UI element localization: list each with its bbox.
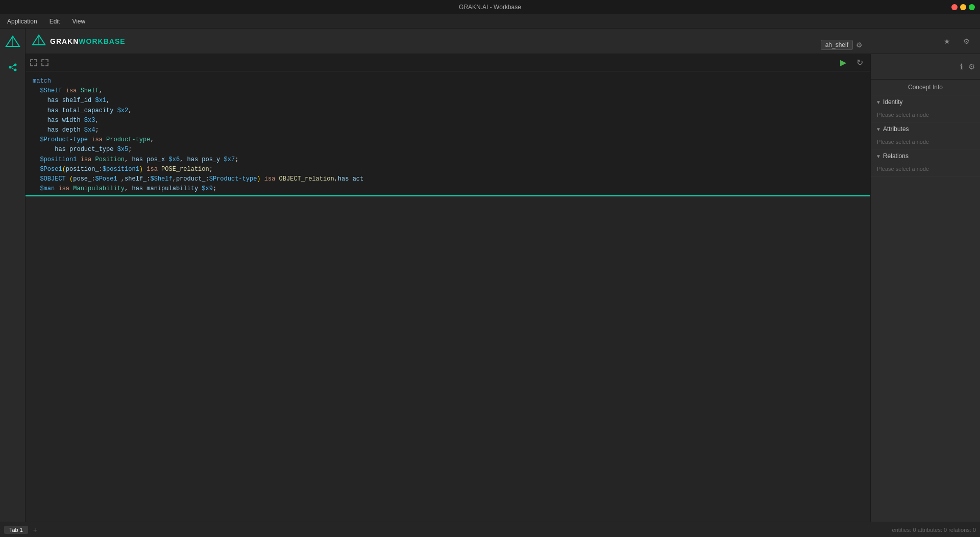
editor-toolbar: ▶ ↻ bbox=[26, 54, 870, 71]
expand-icon bbox=[30, 59, 37, 66]
menu-bar: Application Edit View bbox=[0, 14, 980, 29]
code-line-2: $Shelf isa Shelf, bbox=[33, 86, 863, 96]
top-settings-button[interactable]: ⚙ bbox=[959, 34, 974, 49]
relations-section: ▼ Relations Please select a node bbox=[871, 149, 980, 176]
code-line-13: $x10(manipulability_:$man, object_:$OBJE… bbox=[33, 194, 863, 195]
status-bar: entities: 0 attributes: 0 relations: 0 bbox=[892, 527, 976, 533]
code-line-12: $man isa Manipulability, has manipulabil… bbox=[33, 184, 863, 194]
sidebar-icon-graph[interactable] bbox=[5, 59, 21, 75]
right-panel: ℹ ⚙ Concept Info ▼ Identity Please selec… bbox=[870, 54, 980, 522]
code-line-8: has product_type $x5; bbox=[33, 145, 863, 155]
code-line-6: has depth $x4; bbox=[33, 125, 863, 135]
db-name-badge[interactable]: ah_shelf bbox=[821, 40, 853, 50]
concept-info-header: Concept Info bbox=[871, 80, 980, 95]
logo-text: GRAKNWORKBASE bbox=[50, 37, 126, 45]
info-icon[interactable]: ℹ bbox=[960, 62, 963, 71]
editor-collapse-icon[interactable] bbox=[41, 59, 49, 67]
refresh-button[interactable]: ↻ bbox=[853, 56, 866, 69]
attributes-content: Please select a node bbox=[871, 136, 980, 149]
db-settings-icon[interactable]: ⚙ bbox=[856, 41, 863, 49]
sidebar-left bbox=[0, 29, 26, 522]
svg-line-6 bbox=[11, 65, 14, 67]
maximize-button[interactable] bbox=[969, 4, 975, 10]
code-line-9: $position1 isa Position, has pos_x $x6, … bbox=[33, 155, 863, 165]
attributes-section: ▼ Attributes Please select a node bbox=[871, 122, 980, 149]
editor-active-indicator bbox=[26, 195, 870, 196]
right-panel-top: ℹ ⚙ bbox=[871, 54, 980, 80]
code-line-5: has width $x3, bbox=[33, 116, 863, 125]
relations-label: Relations bbox=[883, 152, 909, 160]
title-bar-title: GRAKN.AI - Workbase bbox=[459, 4, 521, 11]
content-area: GRAKNWORKBASE ★ ⚙ bbox=[26, 29, 980, 522]
identity-content: Please select a node bbox=[871, 109, 980, 122]
logo-triangle-icon bbox=[32, 34, 46, 48]
svg-line-7 bbox=[11, 68, 14, 69]
main-layout: GRAKNWORKBASE ★ ⚙ bbox=[0, 29, 980, 522]
bookmark-button[interactable]: ★ bbox=[939, 34, 954, 49]
menu-application[interactable]: Application bbox=[5, 17, 39, 26]
code-line-3: has shelf_id $x1, bbox=[33, 96, 863, 106]
identity-section: ▼ Identity Please select a node bbox=[871, 95, 980, 122]
attributes-chevron: ▼ bbox=[876, 126, 881, 132]
menu-edit[interactable]: Edit bbox=[47, 17, 62, 26]
menu-view[interactable]: View bbox=[70, 17, 87, 26]
db-name-area: ah_shelf ⚙ bbox=[821, 40, 863, 50]
close-button[interactable] bbox=[951, 4, 958, 10]
run-button[interactable]: ▶ bbox=[837, 56, 850, 69]
window-controls[interactable] bbox=[951, 4, 975, 10]
graph-icon bbox=[8, 63, 17, 72]
code-line-10: $Pose1(position_:$position1) isa POSE_re… bbox=[33, 165, 863, 174]
svg-point-3 bbox=[9, 66, 11, 69]
graph-area[interactable] bbox=[26, 197, 870, 522]
relations-section-header[interactable]: ▼ Relations bbox=[871, 149, 980, 163]
identity-section-header[interactable]: ▼ Identity bbox=[871, 95, 980, 109]
bottom-bar: Tab 1 + entities: 0 attributes: 0 relati… bbox=[0, 522, 980, 537]
relations-content: Please select a node bbox=[871, 163, 980, 176]
code-line-4: has total_capacity $x2, bbox=[33, 106, 863, 116]
identity-chevron: ▼ bbox=[876, 99, 881, 105]
code-line-7: $Product-type isa Product-type, bbox=[33, 135, 863, 145]
editor-area: ▶ ↻ match $Shelf isa Shelf, has shelf_id… bbox=[26, 54, 870, 522]
logo-workbase: WORKBASE bbox=[79, 37, 125, 45]
minimize-button[interactable] bbox=[960, 4, 966, 10]
grakn-logo-icon bbox=[5, 35, 20, 50]
editor-wrapper: ▶ ↻ match $Shelf isa Shelf, has shelf_id… bbox=[26, 54, 870, 197]
title-bar: GRAKN.AI - Workbase bbox=[0, 0, 980, 14]
svg-point-5 bbox=[14, 69, 16, 71]
collapse-icon bbox=[41, 59, 48, 66]
code-line-1: match bbox=[33, 76, 863, 86]
logo-grakn: GRAKN bbox=[50, 37, 79, 45]
attributes-section-header[interactable]: ▼ Attributes bbox=[871, 122, 980, 136]
svg-point-4 bbox=[14, 64, 16, 66]
attributes-label: Attributes bbox=[883, 125, 909, 133]
code-editor[interactable]: match $Shelf isa Shelf, has shelf_id $x1… bbox=[26, 71, 870, 195]
relations-chevron: ▼ bbox=[876, 154, 881, 159]
code-line-11: $OBJECT (pose_:$Pose1 ,shelf_:$Shelf,pro… bbox=[33, 174, 863, 184]
editor-right: ▶ ↻ match $Shelf isa Shelf, has shelf_id… bbox=[26, 54, 980, 522]
tab-1[interactable]: Tab 1 bbox=[4, 526, 28, 534]
add-tab-button[interactable]: + bbox=[30, 525, 40, 535]
identity-label: Identity bbox=[883, 98, 903, 106]
editor-expand-icon[interactable] bbox=[30, 59, 38, 67]
panel-settings-icon[interactable]: ⚙ bbox=[968, 62, 975, 71]
